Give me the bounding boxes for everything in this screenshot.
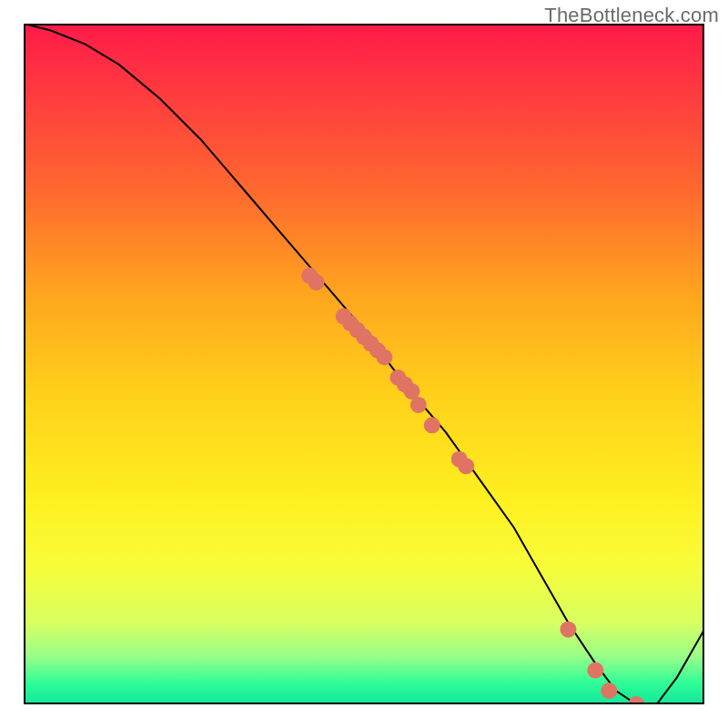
chart-stage: TheBottleneck.com bbox=[0, 0, 728, 728]
bottleneck-curve bbox=[24, 24, 704, 704]
plot-area bbox=[24, 24, 704, 704]
data-point bbox=[560, 622, 576, 638]
data-point bbox=[628, 696, 644, 704]
curve-overlay bbox=[24, 24, 704, 704]
data-point bbox=[601, 682, 617, 699]
data-point bbox=[376, 349, 392, 366]
scatter-dots bbox=[301, 268, 644, 704]
data-point bbox=[587, 662, 603, 679]
data-point bbox=[410, 397, 427, 413]
data-point bbox=[458, 458, 474, 474]
data-point bbox=[424, 417, 440, 433]
data-point bbox=[308, 274, 325, 290]
